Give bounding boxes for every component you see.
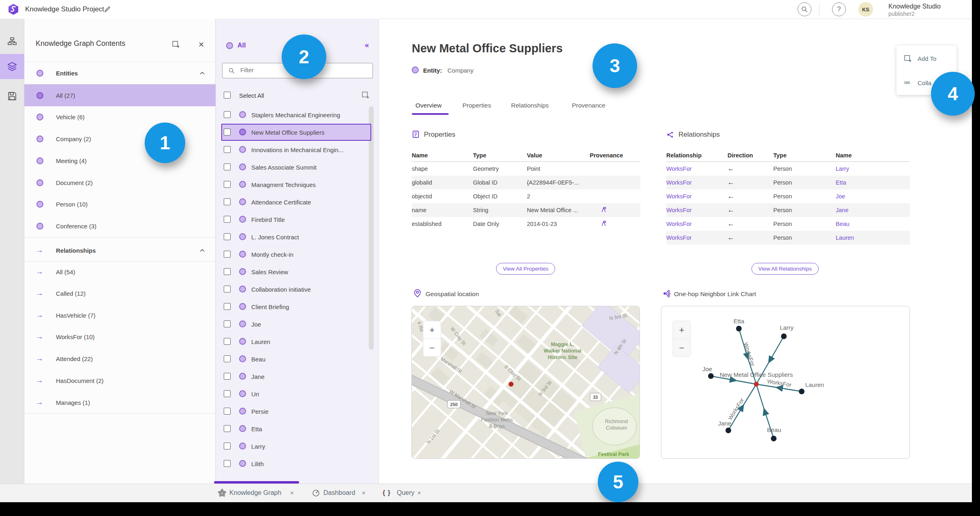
item-checkbox[interactable] bbox=[224, 233, 231, 240]
item-checkbox[interactable] bbox=[224, 251, 231, 258]
list-item[interactable]: Client Briefing bbox=[216, 298, 379, 315]
close-panel-icon[interactable]: ✕ bbox=[198, 40, 204, 49]
list-item[interactable]: Persie bbox=[216, 403, 379, 420]
entity-link[interactable]: Larry bbox=[836, 166, 910, 172]
rail-contents-button[interactable] bbox=[0, 54, 24, 79]
tab-properties[interactable]: Properties bbox=[462, 102, 491, 109]
list-item-selected[interactable]: New Metal Office Suppliers bbox=[216, 124, 379, 141]
add-to-map-icon[interactable] bbox=[172, 40, 180, 48]
sidebar-item-attended[interactable]: → Attended (22) bbox=[24, 348, 216, 370]
list-item[interactable]: Uri bbox=[216, 385, 379, 402]
edit-pencil-icon[interactable] bbox=[104, 6, 111, 13]
sidebar-item-meeting[interactable]: Meeting (4) bbox=[24, 150, 216, 172]
list-item[interactable]: L. Jones Contract bbox=[216, 228, 379, 245]
tab-relationships[interactable]: Relationships bbox=[511, 102, 549, 109]
chart-zoom-control[interactable]: + − bbox=[673, 321, 691, 357]
item-checkbox[interactable] bbox=[224, 111, 231, 118]
list-item[interactable]: Innovations in Mechanical Engin... bbox=[216, 141, 379, 158]
list-item[interactable]: Managment Techniques bbox=[216, 176, 379, 193]
sidebar-item-hasvehicle[interactable]: → HasVehicle (7) bbox=[24, 304, 216, 326]
relationship-link[interactable]: WorksFor bbox=[666, 193, 728, 200]
entity-link[interactable]: Beau bbox=[836, 221, 910, 227]
sidebar-item-entities-all[interactable]: All (27) bbox=[24, 84, 216, 106]
view-all-relationships-button[interactable]: View All Relationships bbox=[751, 263, 819, 275]
tab-provenance[interactable]: Provenance bbox=[572, 102, 606, 109]
close-tab-icon[interactable]: × bbox=[417, 489, 421, 496]
sidebar-item-called[interactable]: → Called (12) bbox=[24, 282, 216, 304]
entity-link[interactable]: Joe bbox=[836, 193, 910, 200]
relationship-link[interactable]: WorksFor bbox=[666, 207, 728, 213]
item-checkbox[interactable] bbox=[224, 146, 231, 153]
item-checkbox[interactable] bbox=[224, 303, 231, 310]
entity-link[interactable]: Etta bbox=[836, 179, 910, 186]
add-to-menu-item[interactable]: Add To bbox=[918, 55, 936, 62]
section-header-relationships[interactable]: → Relationships bbox=[24, 239, 216, 261]
item-checkbox[interactable] bbox=[224, 320, 231, 327]
item-checkbox[interactable] bbox=[224, 129, 231, 135]
relationship-link[interactable]: WorksFor bbox=[666, 221, 728, 227]
close-tab-icon[interactable]: × bbox=[290, 489, 294, 496]
sidebar-item-hasdocument[interactable]: → HasDocument (2) bbox=[24, 370, 216, 391]
map-marker[interactable] bbox=[509, 382, 514, 387]
item-checkbox[interactable] bbox=[224, 460, 231, 467]
tab-knowledge-graph[interactable]: Knowledge Graph bbox=[229, 489, 281, 497]
map-canvas[interactable]: k Rd W Clay St Sal Marshall St W Marshal… bbox=[412, 306, 640, 459]
item-checkbox[interactable] bbox=[224, 181, 231, 188]
provenance-flag-icon[interactable] bbox=[600, 206, 607, 213]
rail-schema-button[interactable] bbox=[0, 29, 24, 54]
list-item[interactable]: Lauren bbox=[216, 333, 379, 350]
item-checkbox[interactable] bbox=[224, 443, 231, 449]
list-item[interactable]: Firebird Title bbox=[216, 211, 379, 228]
zoom-in-button[interactable]: + bbox=[679, 325, 685, 335]
tab-query[interactable]: Query bbox=[397, 489, 415, 497]
item-checkbox[interactable] bbox=[224, 163, 231, 170]
sidebar-item-person[interactable]: Person (10) bbox=[24, 193, 216, 215]
item-checkbox[interactable] bbox=[224, 355, 231, 362]
list-item[interactable]: Larry bbox=[216, 438, 379, 455]
rail-save-button[interactable] bbox=[0, 84, 24, 109]
search-button[interactable] bbox=[798, 2, 811, 16]
item-checkbox[interactable] bbox=[224, 390, 231, 397]
list-item[interactable]: Sales Associate Summit bbox=[216, 159, 379, 176]
list-item[interactable]: Joe bbox=[216, 316, 379, 333]
list-item[interactable]: Beau bbox=[216, 350, 379, 368]
chevron-up-icon[interactable] bbox=[199, 248, 205, 252]
relationship-link[interactable]: WorksFor bbox=[666, 234, 728, 241]
link-chart[interactable]: WorksFor WorksFor WorksFor New Metal Off… bbox=[661, 306, 910, 459]
sidebar-item-manages[interactable]: → Manages (1) bbox=[24, 391, 216, 413]
list-item[interactable]: Sales Review bbox=[216, 263, 379, 280]
map-zoom-control[interactable]: + − bbox=[423, 321, 441, 357]
list-item[interactable]: Attendance Certificate bbox=[216, 194, 379, 211]
help-button[interactable]: ? bbox=[832, 2, 846, 16]
item-checkbox[interactable] bbox=[224, 338, 231, 345]
sidebar-item-vehicle[interactable]: Vehicle (6) bbox=[24, 106, 216, 128]
item-checkbox[interactable] bbox=[224, 216, 231, 223]
close-tab-icon[interactable]: × bbox=[362, 489, 366, 496]
entity-link[interactable]: Lauren bbox=[836, 234, 910, 241]
select-all-checkbox[interactable] bbox=[224, 92, 231, 99]
sidebar-item-document[interactable]: Document (2) bbox=[24, 172, 216, 194]
link-chart-canvas[interactable]: WorksFor WorksFor WorksFor New Metal Off… bbox=[661, 306, 910, 459]
sidebar-item-rel-all[interactable]: → All (54) bbox=[24, 261, 216, 283]
avatar[interactable]: KS bbox=[858, 2, 873, 17]
view-all-properties-button[interactable]: View All Properties bbox=[496, 263, 555, 275]
item-checkbox[interactable] bbox=[224, 268, 231, 275]
item-checkbox[interactable] bbox=[224, 408, 231, 415]
list-item[interactable]: Lilith bbox=[216, 455, 379, 472]
app-logo-icon[interactable] bbox=[7, 3, 19, 15]
item-checkbox[interactable] bbox=[224, 425, 231, 432]
center-node[interactable] bbox=[754, 382, 759, 387]
zoom-out-button[interactable]: − bbox=[430, 343, 435, 353]
relationship-link[interactable]: WorksFor bbox=[666, 179, 728, 186]
relationship-link[interactable]: WorksFor bbox=[666, 166, 728, 172]
sidebar-item-worksfor[interactable]: → WorksFor (10) bbox=[24, 326, 216, 348]
section-header-entities[interactable]: Entities bbox=[24, 62, 216, 84]
provenance-flag-icon[interactable] bbox=[600, 220, 607, 227]
item-checkbox[interactable] bbox=[224, 198, 231, 205]
list-item[interactable]: Montly check-in bbox=[216, 246, 379, 263]
zoom-in-button[interactable]: + bbox=[430, 325, 435, 335]
collapse-menu-item[interactable]: Colla bbox=[918, 80, 931, 86]
add-to-map-icon[interactable] bbox=[362, 91, 370, 99]
collapse-panel-icon[interactable]: « bbox=[365, 41, 369, 49]
geospatial-map[interactable]: k Rd W Clay St Sal Marshall St W Marshal… bbox=[411, 306, 640, 459]
